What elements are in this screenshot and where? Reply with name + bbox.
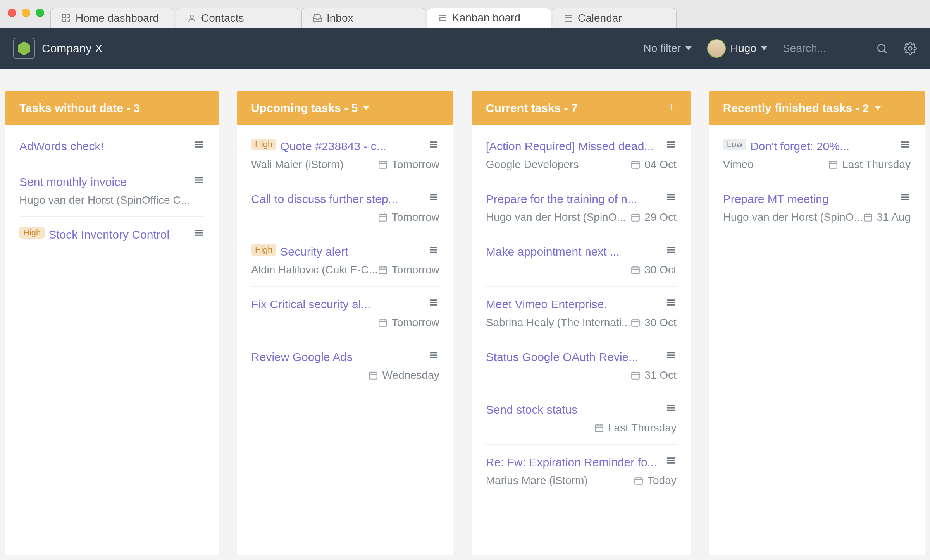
- kanban-card[interactable]: Re: Fw: Expiration Reminder fo... Marius…: [486, 445, 677, 497]
- kanban-card[interactable]: Fix Critical security al... Tomorrow: [251, 287, 439, 339]
- svg-rect-109: [635, 478, 642, 484]
- kanban-card[interactable]: Status Google OAuth Revie... 31 Oct: [486, 339, 677, 392]
- tab-calendar[interactable]: Calendar: [553, 8, 677, 28]
- column-header: Tasks without date - 3: [5, 91, 219, 125]
- kanban-card[interactable]: Review Google Ads Wednesday: [251, 339, 439, 392]
- card-date: Tomorrow: [378, 158, 439, 171]
- close-window-button[interactable]: [8, 9, 16, 17]
- card-menu-icon[interactable]: [665, 349, 677, 362]
- card-menu-icon[interactable]: [899, 191, 911, 204]
- svg-line-16: [884, 51, 887, 53]
- card-menu-icon[interactable]: [665, 244, 677, 257]
- kanban-card[interactable]: High Security alert Aldin Halilovic (Cuk…: [251, 234, 439, 287]
- svg-rect-116: [829, 161, 837, 168]
- zoom-window-button[interactable]: [36, 9, 44, 17]
- card-menu-icon[interactable]: [665, 297, 677, 310]
- tab-label: Contacts: [201, 12, 244, 24]
- card-date: 04 Oct: [630, 158, 676, 171]
- column-title: Recently finished tasks - 2: [723, 101, 869, 115]
- search-icon[interactable]: [876, 42, 888, 55]
- card-menu-icon[interactable]: [665, 139, 677, 152]
- kanban-card[interactable]: Call to discuss further step... Tomorrow: [251, 181, 439, 234]
- card-subtitle: Vimeo: [723, 158, 828, 171]
- column-body: [Action Required] Missed dead... Google …: [472, 125, 691, 500]
- minimize-window-button[interactable]: [22, 9, 30, 17]
- card-menu-icon[interactable]: [193, 139, 205, 152]
- priority-badge: High: [251, 244, 276, 256]
- card-date: Tomorrow: [378, 211, 439, 223]
- tab-inbox[interactable]: Inbox: [301, 8, 425, 28]
- svg-rect-1: [67, 15, 70, 17]
- card-date: Last Thursday: [594, 422, 677, 434]
- chevron-down-icon[interactable]: [363, 106, 369, 110]
- card-title: Review Google Ads: [251, 349, 439, 364]
- calendar-icon: [378, 212, 388, 222]
- svg-point-8: [439, 15, 440, 16]
- calendar-icon: [594, 423, 604, 433]
- kanban-card[interactable]: Low Don't forget: 20%... VimeoLast Thurs…: [723, 129, 911, 181]
- card-date: Last Thursday: [828, 158, 911, 171]
- card-menu-icon[interactable]: [665, 402, 677, 415]
- card-date: 30 Oct: [630, 316, 676, 329]
- card-menu-icon[interactable]: [665, 455, 677, 468]
- kanban-column: Upcoming tasks - 5 High Quote #238843 - …: [237, 91, 453, 555]
- card-title: Make appointment next ...: [486, 244, 677, 259]
- brand[interactable]: Company X: [13, 38, 103, 59]
- card-menu-icon[interactable]: [193, 227, 205, 240]
- calendar-icon: [630, 212, 641, 222]
- card-menu-icon[interactable]: [428, 244, 439, 257]
- card-menu-icon[interactable]: [193, 174, 205, 187]
- kanban-card[interactable]: Meet Vimeo Enterprise. Sabrina Healy (Th…: [486, 287, 677, 339]
- svg-rect-37: [379, 214, 387, 221]
- card-menu-icon[interactable]: [899, 139, 911, 152]
- user-name: Hugo: [730, 42, 756, 55]
- gear-icon[interactable]: [904, 42, 917, 55]
- svg-rect-11: [565, 15, 572, 22]
- priority-badge: High: [19, 227, 45, 239]
- card-subtitle: Wali Maier (iStorm): [251, 158, 378, 171]
- card-title: Prepare MT meeting: [723, 191, 911, 206]
- card-menu-icon[interactable]: [428, 139, 439, 152]
- kanban-card[interactable]: Sent monthly invoice Hugo van der Horst …: [19, 164, 205, 217]
- app-header: Company X No filter Hugo: [0, 28, 930, 69]
- kanban-card[interactable]: AdWords check!: [19, 129, 205, 164]
- calendar-icon: [630, 265, 641, 275]
- filter-dropdown[interactable]: No filter: [644, 42, 692, 55]
- calendar-icon: [828, 160, 838, 170]
- card-title: Meet Vimeo Enterprise.: [486, 297, 677, 312]
- kanban-card[interactable]: Prepare MT meeting Hugo van der Horst (S…: [723, 181, 911, 234]
- card-menu-icon[interactable]: [428, 349, 439, 362]
- card-date: Wednesday: [368, 369, 439, 381]
- search-input[interactable]: [783, 42, 860, 55]
- card-menu-icon[interactable]: [428, 297, 439, 310]
- column-title: Current tasks - 7: [486, 101, 578, 115]
- card-title: Status Google OAuth Revie...: [486, 349, 677, 364]
- tab-label: Calendar: [578, 12, 622, 24]
- kanban-card[interactable]: Make appointment next ... 30 Oct: [486, 234, 677, 287]
- calendar-icon: [630, 160, 641, 170]
- grid-icon: [62, 14, 71, 23]
- card-menu-icon[interactable]: [428, 191, 439, 204]
- svg-rect-102: [595, 425, 603, 431]
- kanban-card[interactable]: Prepare for the training of n... Hugo va…: [486, 181, 677, 234]
- tab-contacts[interactable]: Contacts: [176, 8, 300, 28]
- kanban-card[interactable]: [Action Required] Missed dead... Google …: [486, 129, 677, 181]
- add-card-button[interactable]: [666, 101, 677, 115]
- calendar-icon: [564, 14, 573, 23]
- kanban-card[interactable]: High Quote #238843 - c... Wali Maier (iS…: [251, 129, 439, 181]
- svg-rect-44: [379, 267, 387, 273]
- card-date: Tomorrow: [378, 264, 439, 276]
- column-body: Low Don't forget: 20%... VimeoLast Thurs…: [709, 125, 925, 237]
- svg-rect-58: [370, 372, 377, 379]
- chevron-down-icon[interactable]: [875, 106, 881, 110]
- card-menu-icon[interactable]: [665, 191, 677, 204]
- kanban-card[interactable]: High Stock Inventory Control: [19, 217, 205, 252]
- kanban-card[interactable]: Send stock status Last Thursday: [486, 392, 677, 445]
- card-title: Quote #238843 - c...: [280, 139, 439, 154]
- tab-kanban-board[interactable]: Kanban board: [427, 8, 551, 28]
- person-icon: [187, 14, 196, 23]
- column-title: Tasks without date - 3: [19, 101, 140, 115]
- calendar-icon: [368, 370, 378, 380]
- user-menu[interactable]: Hugo: [707, 39, 767, 58]
- tab-home-dashboard[interactable]: Home dashboard: [50, 8, 174, 28]
